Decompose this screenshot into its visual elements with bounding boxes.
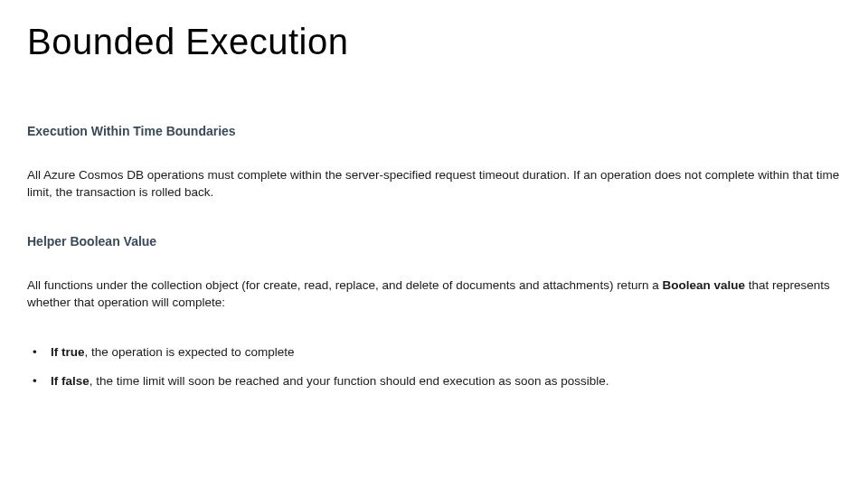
- section-paragraph-1: All Azure Cosmos DB operations must comp…: [27, 167, 841, 202]
- bullet-rest: , the time limit will soon be reached an…: [90, 374, 609, 388]
- paragraph-prefix: All functions under the collection objec…: [27, 278, 662, 292]
- bullet-rest: , the operation is expected to complete: [85, 345, 295, 359]
- list-item: If false, the time limit will soon be re…: [33, 373, 841, 390]
- page-title: Bounded Execution: [27, 22, 841, 62]
- section-heading-2: Helper Boolean Value: [27, 234, 841, 249]
- paragraph-bold: Boolean value: [662, 278, 745, 292]
- bullet-list: If true, the operation is expected to co…: [27, 344, 841, 391]
- list-item: If true, the operation is expected to co…: [33, 344, 841, 361]
- section-heading-1: Execution Within Time Boundaries: [27, 124, 841, 138]
- bullet-bold: If true: [51, 345, 85, 359]
- bullet-bold: If false: [51, 374, 90, 388]
- section-paragraph-2: All functions under the collection objec…: [27, 277, 841, 312]
